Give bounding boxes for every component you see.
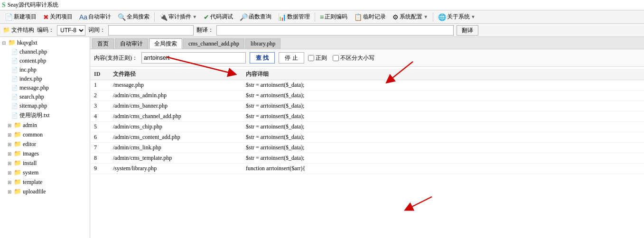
encoding-select[interactable]: UTF-8 [57,25,85,36]
regex-encode-button[interactable]: ≡ 正则编码 [317,11,350,23]
sidebar-item-index.php[interactable]: 📄index.php [0,74,90,83]
audit-plugin-icon: 🔌 [159,13,168,21]
header-row: ID 文件路径 内容详细 [90,69,644,80]
stop-button[interactable]: 停 止 [279,52,304,64]
table-row[interactable]: 3 /admin/cms_banner.php $str = arrtoinse… [90,101,644,111]
sidebar-item-inc.php[interactable]: 📄inc.php [0,65,90,74]
sidebar-folder-admin[interactable]: ⊞📁admin [0,120,90,130]
search-area: 内容(支持正则)： 查 找 停 止 正则 不区分大小写 [90,49,644,67]
cell-content: $str = arrtoinsert($_data); [242,143,644,153]
regex-option[interactable]: 正则 [308,54,327,62]
regex-checkbox[interactable] [308,55,314,61]
file-icon: 📄 [11,85,18,91]
table-row[interactable]: 2 /admin/cms_admin.php $str = arrtoinser… [90,91,644,101]
new-project-icon: 📄 [5,13,13,21]
folder-icon: 📁 [14,131,21,138]
cell-path: /admin/cms_banner.php [109,101,242,111]
cell-path: /admin/cms_link.php [109,143,242,153]
nocase-checkbox[interactable] [333,55,339,61]
toolbar: 📄 新建项目 ✖ 关闭项目 Aa 自动审计 🔍 全局搜索 🔌 审计插件 ▼ ✔ … [0,10,644,24]
func-query-button[interactable]: 🔎 函数查询 [237,11,274,23]
cell-id: 4 [90,111,109,122]
sidebar-item-search.php[interactable]: 📄search.php [0,92,90,101]
global-search-button[interactable]: 🔍 全局搜索 [115,11,152,23]
sidebar-folder-images[interactable]: ⊞📁images [0,149,90,158]
table-row[interactable]: 8 /admin/cms_template.php $str = arrtoin… [90,153,644,164]
search-label: 内容(支持正则)： [94,54,138,62]
sidebar-folder-template[interactable]: ⊞📁template [0,177,90,187]
cell-path: /admin/cms_content_add.php [109,132,242,143]
find-button[interactable]: 查 找 [250,52,275,64]
sys-config-button[interactable]: ⚙ 系统配置 ▼ [390,11,431,23]
sidebar-items: 📄channel.php📄content.php📄inc.php📄index.p… [0,47,90,196]
table-header: ID 文件路径 内容详细 [90,69,644,80]
code-debug-icon: ✔ [204,13,209,21]
app-title: Seay源代码审计系统 [8,1,58,9]
cell-path: /admin/cms_template.php [109,153,242,164]
table-row[interactable]: 4 /admin/cms_channel_add.php $str = arrt… [90,111,644,122]
cell-content: $str = arrtoinsert($_data); [242,91,644,101]
new-project-button[interactable]: 📄 新建项目 [2,11,39,23]
regex-encode-icon: ≡ [320,13,324,21]
search-options: 正则 不区分大小写 [308,54,374,62]
sidebar-folder-uploadfile[interactable]: ⊞📁uploadfile [0,187,90,196]
root-folder-label: hkqvglxt [17,39,37,46]
result-table: ID 文件路径 内容详细 1 /message.php $str = arrto… [90,69,644,174]
temp-record-button[interactable]: 📋 临时记录 [351,11,389,23]
table-row[interactable]: 7 /admin/cms_link.php $str = arrtoinsert… [90,143,644,153]
close-project-button[interactable]: ✖ 关闭项目 [40,11,75,23]
file-icon: 📄 [11,112,18,119]
file-icon: 📄 [11,94,18,100]
sidebar-item-channel.php[interactable]: 📄channel.php [0,47,90,56]
sidebar-folder-system[interactable]: ⊞📁system [0,168,90,177]
table-row[interactable]: 9 /system/library.php function arrtoinse… [90,164,644,174]
sidebar-item-message.php[interactable]: 📄message.php [0,83,90,92]
header-path: 文件路径 [109,69,242,80]
close-project-icon: ✖ [43,13,49,21]
search-input[interactable] [141,52,246,64]
about-sys-button[interactable]: 🌐 关于系统 ▼ [435,11,478,23]
tab-自动审计[interactable]: 自动审计 [115,38,148,49]
cell-id: 8 [90,153,109,164]
sidebar-item-content.php[interactable]: 📄content.php [0,56,90,65]
query-input[interactable] [108,25,194,36]
auto-audit-icon: Aa [79,13,87,21]
auto-audit-button[interactable]: Aa 自动审计 [76,11,114,23]
sidebar-folder-install[interactable]: ⊞📁install [0,158,90,168]
table-row[interactable]: 6 /admin/cms_content_add.php $str = arrt… [90,132,644,143]
sidebar-folder-editor[interactable]: ⊞📁editor [0,139,90,149]
sidebar-folder-common[interactable]: ⊞📁common [0,130,90,139]
header-id: ID [90,69,109,80]
folder-icon: 📁 [14,159,21,167]
table-row[interactable]: 1 /message.php $str = arrtoinsert($_data… [90,80,644,91]
tab-全局搜索[interactable]: 全局搜索 [149,38,182,49]
tab-首页[interactable]: 首页 [92,38,114,49]
toolbar-separator-3 [433,12,433,22]
folder-icon: 📁 [14,169,21,176]
table-row[interactable]: 5 /admin/cms_chip.php $str = arrtoinsert… [90,122,644,132]
translate-input[interactable] [216,25,454,36]
translate-button[interactable]: 翻译 [457,25,478,36]
file-icon: 📄 [11,58,18,64]
cell-content: $str = arrtoinsert($_data); [242,122,644,132]
func-query-icon: 🔎 [240,13,248,21]
code-debug-button[interactable]: ✔ 代码调试 [201,11,236,23]
file-icon: 📄 [11,103,18,109]
cell-id: 6 [90,132,109,143]
sidebar-item-sitemap.php[interactable]: 📄sitemap.php [0,101,90,110]
folder-icon: 📁 [14,178,21,186]
cell-path: /admin/cms_channel_add.php [109,111,242,122]
cell-id: 5 [90,122,109,132]
audit-plugin-button[interactable]: 🔌 审计插件 ▼ [157,11,200,23]
query-label: 词间： [88,26,105,34]
data-manage-button[interactable]: 📊 数据管理 [275,11,313,23]
file-struct-label: 📁 文件结构 [3,26,34,34]
sidebar-root-folder[interactable]: ⊟ 📁 hkqvglxt [0,38,90,47]
tab-cms_channel_add.php[interactable]: cms_channel_add.php [183,38,244,49]
sidebar-item-使用说明.txt[interactable]: 📄使用说明.txt [0,110,90,120]
cell-path: /system/library.php [109,164,242,174]
tab-library.php[interactable]: library.php [245,38,280,49]
file-icon: 📄 [11,49,18,55]
folder-icon: 📁 [14,188,21,195]
nocase-option[interactable]: 不区分大小写 [333,54,374,62]
